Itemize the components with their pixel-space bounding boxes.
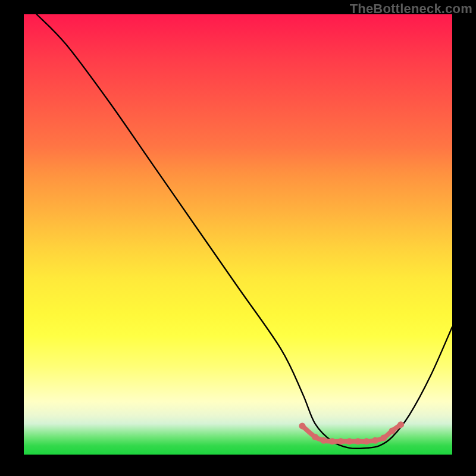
optimal-range-marker: [329, 438, 336, 444]
optimal-range-marker: [346, 438, 353, 444]
optimal-range-marker: [299, 422, 306, 429]
bottleneck-curve: [37, 14, 452, 449]
optimal-range-marker: [337, 438, 344, 444]
chart-svg: [24, 14, 452, 455]
optimal-range-marker: [397, 421, 404, 428]
optimal-range-marker: [380, 434, 387, 441]
plot-area: [24, 14, 452, 455]
optimal-range-marker: [389, 428, 396, 434]
optimal-range-marker: [321, 437, 327, 444]
optimal-range-marker: [364, 438, 370, 444]
optimal-range-marker: [372, 437, 378, 444]
optimal-range-marker: [355, 438, 361, 444]
chart-frame: TheBottleneck.com: [0, 0, 476, 476]
optimal-range-marker: [312, 434, 318, 440]
